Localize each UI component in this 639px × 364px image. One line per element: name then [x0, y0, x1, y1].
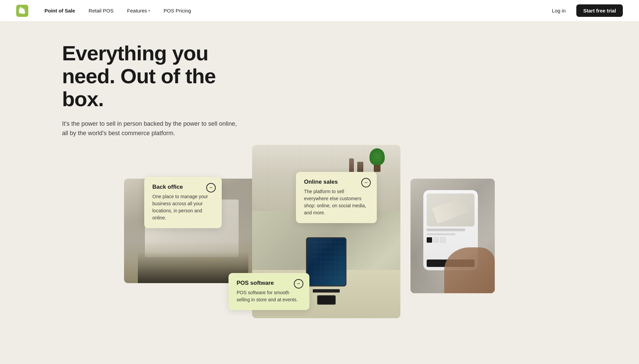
back-office-card: − Back office One place to manage your b… [144, 177, 222, 228]
pos-software-description: POS software for smooth selling in store… [237, 289, 301, 303]
pos-base [313, 289, 340, 292]
pos-card-reader [317, 295, 336, 305]
nav-item-features[interactable]: Features ▾ [122, 5, 155, 16]
hero-section: Everything you need. Out of the box. It'… [62, 42, 251, 138]
logo[interactable] [16, 5, 28, 17]
pos-terminal [303, 237, 350, 305]
hero-title: Everything you need. Out of the box. [62, 42, 251, 111]
pos-software-minus-icon[interactable]: − [294, 279, 303, 289]
pos-software-title: POS software [237, 280, 301, 286]
nav-item-pos-pricing[interactable]: POS Pricing [158, 5, 196, 16]
pos-software-card: − POS software POS software for smooth s… [229, 273, 309, 310]
phone-photo-overlay [410, 179, 495, 293]
collage-section: − Back office One place to manage your b… [124, 145, 495, 317]
main-content: Everything you need. Out of the box. It'… [0, 22, 639, 317]
phone-photo [410, 179, 495, 293]
pos-screen [306, 237, 346, 286]
navbar: Point of Sale Retail POS Features ▾ POS … [0, 0, 639, 22]
main-nav: Point of Sale Retail POS Features ▾ POS … [39, 5, 547, 16]
start-trial-button[interactable]: Start free trial [576, 4, 623, 17]
back-office-description: One place to manage your business across… [152, 193, 214, 221]
shopify-logo-icon [16, 5, 28, 17]
online-sales-title: Online sales [304, 179, 369, 185]
back-office-minus-icon[interactable]: − [206, 183, 216, 192]
back-office-title: Back office [152, 184, 214, 190]
features-chevron-icon: ▾ [148, 9, 150, 12]
navbar-actions: Log in Start free trial [547, 4, 623, 17]
login-button[interactable]: Log in [547, 5, 571, 16]
online-sales-minus-icon[interactable]: − [361, 178, 371, 187]
hero-subtitle: It's the power to sell in person backed … [62, 119, 244, 139]
online-sales-description: The platform to sell everywhere else cus… [304, 188, 369, 216]
nav-item-retail-pos[interactable]: Retail POS [83, 5, 119, 16]
online-sales-card: − Online sales The platform to sell ever… [296, 172, 377, 223]
nav-item-point-of-sale[interactable]: Point of Sale [39, 5, 81, 16]
